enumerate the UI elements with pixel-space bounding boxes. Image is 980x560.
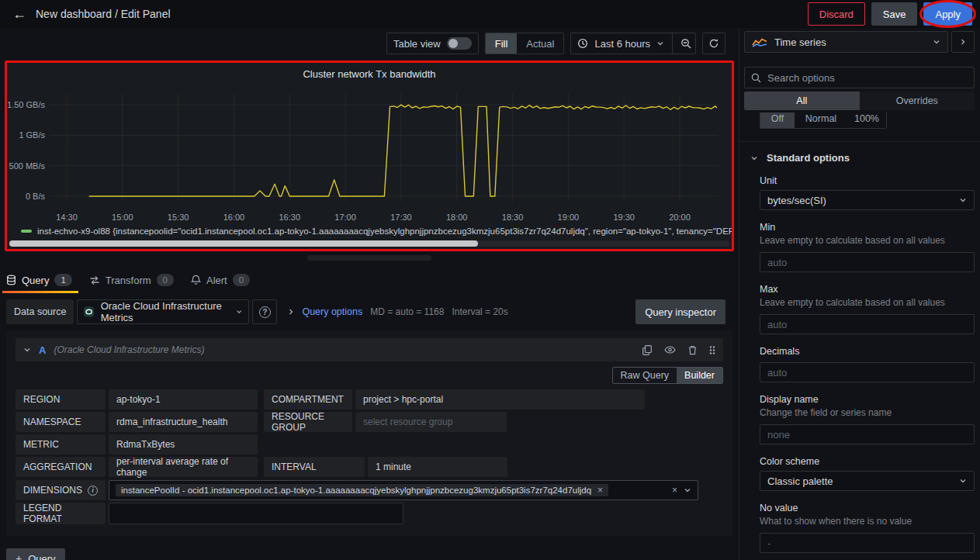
field-row-region: REGION ap-tokyo-1 COMPARTMENT project > … <box>16 389 723 410</box>
discard-button[interactable]: Discard <box>808 2 865 26</box>
aggregation-label: AGGREGATION <box>16 457 106 477</box>
field-row-aggregation: AGGREGATION per-interval average rate of… <box>16 457 723 477</box>
min-input[interactable] <box>760 252 975 272</box>
chart-legend[interactable]: inst-echvo-x9-ol88 {instancepoolid="ocid… <box>7 225 732 237</box>
timeseries-panel[interactable]: Cluster network Tx bandwidth 1.50 GB/s1 … <box>7 63 732 249</box>
color-scheme-label: Color scheme <box>760 456 975 467</box>
max-input[interactable] <box>760 314 975 334</box>
chevron-down-icon[interactable] <box>23 346 31 354</box>
actual-option[interactable]: Actual <box>517 33 563 54</box>
transform-icon <box>89 275 100 285</box>
timeseries-viz-icon <box>752 37 767 47</box>
apply-button[interactable]: Apply <box>923 2 972 26</box>
resource-group-label: RESOURCE GROUP <box>264 412 352 432</box>
chevron-right-icon[interactable] <box>288 308 294 316</box>
resource-group-select[interactable]: select resource group <box>355 412 507 432</box>
unit-select[interactable]: bytes/sec(SI) <box>760 190 975 210</box>
unit-value: bytes/sec(SI) <box>767 195 826 206</box>
question-circle-icon: ? <box>259 306 271 318</box>
zoom-out-icon[interactable] <box>680 38 692 50</box>
svg-text:500 MB/s: 500 MB/s <box>9 161 46 171</box>
min-label: Min <box>760 222 975 233</box>
tab-alert-label: Alert <box>206 275 227 286</box>
clear-all-icon[interactable]: × <box>672 486 677 495</box>
tab-overrides[interactable]: Overrides <box>860 92 975 110</box>
tab-alert[interactable]: Alert 0 <box>191 268 250 292</box>
back-arrow-icon[interactable]: ← <box>8 2 31 26</box>
save-button[interactable]: Save <box>871 2 918 26</box>
duplicate-icon[interactable] <box>642 345 652 355</box>
query-options-link[interactable]: Query options <box>302 306 362 317</box>
eye-icon[interactable] <box>664 346 676 354</box>
legend-format-label: LEGEND FORMAT <box>16 503 106 524</box>
svg-text:19:30: 19:30 <box>613 213 635 222</box>
svg-text:16:00: 16:00 <box>223 213 245 222</box>
fill-option[interactable]: Fill <box>486 33 518 54</box>
options-search-input[interactable] <box>767 72 968 84</box>
legend-series-label[interactable]: inst-echvo-x9-ol88 {instancepoolid="ocid… <box>37 226 732 236</box>
add-query-button[interactable]: + Query <box>6 548 65 560</box>
field-row-legend-format: LEGEND FORMAT <box>16 503 723 524</box>
clipped-option-100[interactable]: 100% <box>847 112 886 128</box>
region-select[interactable]: ap-tokyo-1 <box>109 389 258 410</box>
aggregation-select[interactable]: per-interval average rate of change <box>109 457 258 477</box>
namespace-select[interactable]: rdma_infrastructure_health <box>109 412 258 432</box>
alert-count-badge: 0 <box>233 274 250 286</box>
tab-query[interactable]: Query 1 <box>6 268 72 292</box>
dimensions-input[interactable]: instancePoolId - ocid1.instancepool.oc1.… <box>109 480 698 500</box>
max-description: Leave empty to calculate based on all va… <box>760 297 975 308</box>
tab-query-label: Query <box>22 275 49 286</box>
options-search[interactable] <box>744 67 975 88</box>
tab-transform[interactable]: Transform 0 <box>89 268 174 292</box>
add-query-label: Query <box>28 553 55 560</box>
legend-scrollbar-thumb[interactable] <box>9 240 478 247</box>
datasource-picker[interactable]: Oracle Cloud Infrastructure Metrics <box>77 299 249 324</box>
decimals-input[interactable] <box>760 362 975 382</box>
svg-text:16:30: 16:30 <box>279 213 301 222</box>
datasource-value: Oracle Cloud Infrastructure Metrics <box>101 300 230 323</box>
chevron-down-icon[interactable] <box>684 486 691 494</box>
metric-select[interactable]: RdmaTxBytes <box>109 434 258 455</box>
standard-options-header[interactable]: Standard options <box>739 142 980 164</box>
display-name-input[interactable] <box>760 424 975 444</box>
tx-bandwidth-chart[interactable]: 1.50 GB/s1 GB/s500 MB/s0 B/s14:3015:0015… <box>7 84 729 225</box>
interval-label: INTERVAL <box>264 457 365 477</box>
time-range-label[interactable]: Last 6 hours <box>594 38 650 50</box>
collapse-pane-button[interactable] <box>951 31 975 53</box>
no-value-input[interactable] <box>760 533 975 553</box>
query-count-badge: 1 <box>54 274 71 286</box>
tab-all[interactable]: All <box>744 92 860 110</box>
grafana-edit-panel: ← New dashboard / Edit Panel Discard Sav… <box>0 0 980 560</box>
query-mode-toggle: Raw Query Builder <box>612 367 723 384</box>
compartment-select[interactable]: project > hpc-portal <box>355 389 645 410</box>
clipped-option-normal[interactable]: Normal <box>795 112 847 128</box>
legend-scrollbar-track[interactable] <box>9 240 729 247</box>
tab-transform-label: Transform <box>106 275 151 286</box>
refresh-button[interactable] <box>702 33 725 54</box>
datasource-help-button[interactable]: ? <box>252 299 277 324</box>
dimension-chip-text: instancePoolId - ocid1.instancepool.oc1.… <box>121 486 591 495</box>
interval-select[interactable]: 1 minute <box>368 457 507 477</box>
top-bar: ← New dashboard / Edit Panel Discard Sav… <box>0 0 980 28</box>
clipped-option-off[interactable]: Off <box>760 112 795 128</box>
viz-type-select[interactable]: Time series <box>744 31 948 53</box>
chevron-down-icon <box>750 154 758 162</box>
chevron-down-icon <box>933 38 940 46</box>
chevron-down-icon <box>236 308 242 316</box>
legend-format-input[interactable] <box>109 503 403 524</box>
query-row-header[interactable]: A (Oracle Cloud Infrastructure Metrics) <box>16 338 723 361</box>
trash-icon[interactable] <box>688 345 697 355</box>
editor-tabs: Query 1 Transform 0 Alert 0 <box>6 268 739 292</box>
drag-handle-icon[interactable] <box>709 345 715 355</box>
raw-query-option[interactable]: Raw Query <box>613 368 677 383</box>
panel-resize-handle[interactable] <box>307 255 431 261</box>
info-circle-icon[interactable]: i <box>88 486 98 496</box>
table-view-toggle[interactable] <box>447 37 472 50</box>
chip-remove-icon[interactable]: × <box>597 486 603 495</box>
chevron-down-icon[interactable] <box>656 40 664 47</box>
table-view-label: Table view <box>393 38 441 50</box>
builder-option[interactable]: Builder <box>677 368 722 383</box>
max-data-points-text: MD = auto = 1168 <box>370 306 444 317</box>
color-scheme-select[interactable]: Classic palette <box>760 471 975 491</box>
query-inspector-button[interactable]: Query inspector <box>635 299 725 324</box>
